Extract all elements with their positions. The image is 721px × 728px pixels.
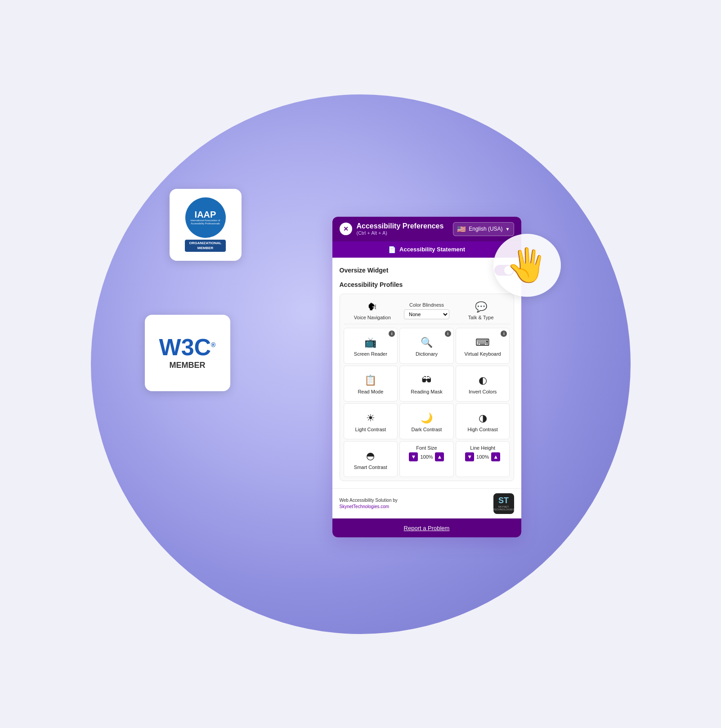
- close-icon: ✕: [343, 226, 349, 232]
- language-selector[interactable]: 🇺🇸 English (USA) ▼: [453, 222, 514, 236]
- iaap-badge: IAAP International Association of Access…: [170, 189, 242, 261]
- virtual-keyboard-icon: ⌨: [475, 337, 490, 348]
- accessibility-widget-panel: ✕ Accessibility Preferences (Ctrl + Alt …: [332, 217, 521, 537]
- light-contrast-icon: ☀: [366, 412, 375, 424]
- hand-icon: 🖐: [507, 246, 547, 284]
- profiles-area: 🗣 Voice Navigation Color Blindness None …: [340, 294, 514, 481]
- light-contrast-label: Light Contrast: [355, 427, 386, 432]
- font-size-increment-button[interactable]: ▲: [435, 452, 444, 461]
- top-profiles-row: 🗣 Voice Navigation Color Blindness None …: [344, 298, 510, 324]
- read-mode-label: Read Mode: [358, 389, 383, 394]
- line-height-label: Line Height: [470, 445, 495, 451]
- virtual-keyboard-cell[interactable]: i ⌨ Virtual Keyboard: [456, 328, 510, 364]
- font-size-value: 100%: [420, 454, 433, 460]
- smart-contrast-icon: ◓: [366, 450, 375, 462]
- screen-reader-cell[interactable]: i 📺 Screen Reader: [344, 328, 398, 364]
- dark-contrast-cell[interactable]: 🌙 Dark Contrast: [399, 403, 454, 439]
- footer-link[interactable]: SkynetTechnologies.com: [340, 504, 390, 509]
- report-bar[interactable]: Report a Problem: [332, 518, 521, 537]
- header-left: ✕ Accessibility Preferences (Ctrl + Alt …: [340, 222, 444, 236]
- virtual-keyboard-info-badge: i: [501, 331, 507, 337]
- invert-colors-icon: ◐: [479, 375, 487, 386]
- virtual-keyboard-label: Virtual Keyboard: [465, 351, 501, 357]
- invert-colors-cell[interactable]: ◐ Invert Colors: [456, 366, 510, 402]
- header-title-block: Accessibility Preferences (Ctrl + Alt + …: [357, 222, 444, 236]
- invert-colors-label: Invert Colors: [469, 389, 497, 394]
- reading-mask-icon: 🕶: [421, 375, 431, 386]
- reading-mask-cell[interactable]: 🕶 Reading Mask: [399, 366, 454, 402]
- iaap-circle: IAAP International Association of Access…: [185, 197, 226, 238]
- statement-bar[interactable]: 📄 Accessibility Statement: [332, 241, 521, 258]
- color-blindness-label: Color Blindness: [409, 302, 444, 308]
- dark-contrast-icon: 🌙: [421, 412, 433, 424]
- talk-and-type-icon: 💬: [475, 301, 487, 313]
- iaap-title: IAAP: [195, 210, 216, 219]
- light-contrast-cell[interactable]: ☀ Light Contrast: [344, 403, 398, 439]
- flag-icon: 🇺🇸: [457, 225, 466, 233]
- chevron-down-icon: ▼: [506, 227, 510, 232]
- screen-reader-info-badge: i: [389, 331, 395, 337]
- language-text: English (USA): [469, 226, 502, 232]
- footer-line1: Web Accessibility Solution by: [340, 498, 398, 503]
- feature-grid: i 📺 Screen Reader i 🔍 Dictionary i ⌨ Vir…: [344, 328, 510, 439]
- w3c-member-label: MEMBER: [170, 361, 206, 370]
- line-height-increment-button[interactable]: ▲: [491, 452, 500, 461]
- font-size-label: Font Size: [416, 445, 437, 451]
- iaap-subtitle: International Association of Accessibili…: [185, 219, 226, 225]
- high-contrast-cell[interactable]: ◑ High Contrast: [456, 403, 510, 439]
- dark-contrast-label: Dark Contrast: [412, 427, 442, 432]
- read-mode-icon: 📋: [364, 375, 376, 386]
- close-button[interactable]: ✕: [340, 223, 352, 235]
- line-height-cell: Line Height ▼ 100% ▲: [456, 441, 510, 477]
- profiles-label: Accessibility Profiles: [340, 281, 514, 288]
- dictionary-label: Dictionary: [416, 351, 438, 357]
- voice-navigation-item[interactable]: 🗣 Voice Navigation: [345, 301, 400, 320]
- font-size-controls: ▼ 100% ▲: [409, 452, 444, 461]
- reading-mask-label: Reading Mask: [411, 389, 442, 394]
- panel-body: Oversize Widget Accessibility Profiles 🗣…: [332, 258, 521, 488]
- color-blindness-item: Color Blindness None Protanopia Deuteran…: [399, 302, 454, 319]
- panel-title: Accessibility Preferences: [357, 222, 444, 230]
- smart-contrast-label: Smart Contrast: [354, 464, 387, 470]
- w3c-logo: W3C®: [159, 335, 216, 359]
- oversize-widget-row: Oversize Widget: [340, 265, 514, 276]
- font-size-decrement-button[interactable]: ▼: [409, 452, 418, 461]
- report-button-label: Report a Problem: [404, 525, 450, 531]
- w3c-badge: W3C® MEMBER: [145, 315, 230, 391]
- high-contrast-icon: ◑: [479, 412, 487, 424]
- high-contrast-label: High Contrast: [468, 427, 498, 432]
- color-blindness-select[interactable]: None Protanopia Deuteranopia Tritanopia: [404, 309, 449, 319]
- footer-logo-sublabel: SKYNET TECHNOLOGIES: [493, 505, 515, 511]
- statement-icon: 📄: [388, 246, 396, 253]
- statement-label: Accessibility Statement: [399, 246, 465, 253]
- dictionary-cell[interactable]: i 🔍 Dictionary: [399, 328, 454, 364]
- talk-and-type-item[interactable]: 💬 Talk & Type: [454, 301, 508, 320]
- dictionary-icon: 🔍: [421, 337, 433, 348]
- panel-header: ✕ Accessibility Preferences (Ctrl + Alt …: [332, 217, 521, 241]
- hand-badge: 🖐: [493, 234, 561, 297]
- footer-text: Web Accessibility Solution by SkynetTech…: [340, 497, 398, 510]
- oversize-widget-label: Oversize Widget: [340, 267, 389, 274]
- screen-reader-icon: 📺: [364, 337, 376, 348]
- read-mode-cell[interactable]: 📋 Read Mode: [344, 366, 398, 402]
- footer-logo-icon: ST: [498, 496, 509, 505]
- voice-navigation-icon: 🗣: [367, 301, 377, 313]
- panel-footer: Web Accessibility Solution by SkynetTech…: [332, 488, 521, 518]
- iaap-member-label: ORGANIZATIONAL MEMBER: [185, 240, 226, 252]
- line-height-decrement-button[interactable]: ▼: [465, 452, 474, 461]
- talk-and-type-label: Talk & Type: [468, 315, 494, 320]
- stepper-row: ◓ Smart Contrast Font Size ▼ 100% ▲ Line…: [344, 441, 510, 477]
- footer-logo: ST SKYNET TECHNOLOGIES: [493, 493, 514, 514]
- screen-reader-label: Screen Reader: [354, 351, 387, 357]
- line-height-controls: ▼ 100% ▲: [465, 452, 500, 461]
- line-height-value: 100%: [476, 454, 489, 460]
- font-size-cell: Font Size ▼ 100% ▲: [399, 441, 454, 477]
- circle-background: IAAP International Association of Access…: [91, 94, 631, 634]
- panel-subtitle: (Ctrl + Alt + A): [357, 230, 444, 236]
- dictionary-info-badge: i: [445, 331, 451, 337]
- voice-navigation-label: Voice Navigation: [354, 315, 391, 320]
- smart-contrast-cell[interactable]: ◓ Smart Contrast: [344, 441, 398, 477]
